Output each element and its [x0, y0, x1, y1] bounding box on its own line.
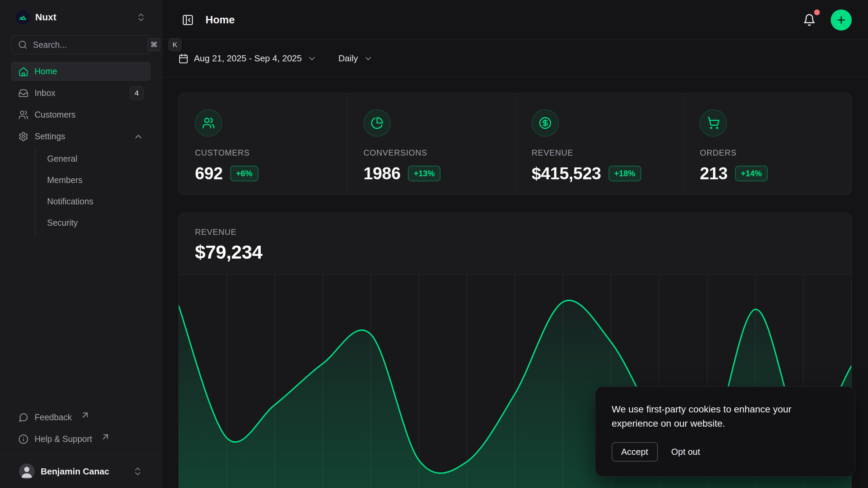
- workspace-switcher[interactable]: Nuxt: [11, 0, 151, 33]
- sidebar-item-security[interactable]: Security: [36, 213, 151, 232]
- app-root: Nuxt ⌘ K Home Inbox 4 Customers: [0, 0, 868, 488]
- sidebar-footer: Feedback Help & Support: [0, 408, 162, 454]
- stat-label: CONVERSIONS: [363, 148, 499, 158]
- revenue-chart-value: $79,234: [195, 241, 835, 263]
- chevron-up-icon: [133, 131, 143, 142]
- bell-icon: [803, 14, 816, 26]
- accept-cookies-button[interactable]: Accept: [612, 442, 658, 462]
- cart-icon: [707, 117, 720, 129]
- stat-value: 692: [195, 164, 223, 183]
- pie-chart-icon: [371, 117, 383, 129]
- notification-dot: [814, 9, 820, 15]
- date-range-value: Aug 21, 2025 - Sep 4, 2025: [194, 53, 302, 64]
- stat-delta-badge: +13%: [408, 166, 440, 181]
- stat-customers[interactable]: CUSTOMERS 692 +6%: [179, 93, 347, 195]
- arrow-up-right-icon: [80, 410, 90, 420]
- search-icon: [18, 40, 27, 49]
- home-icon: [18, 66, 28, 77]
- sidebar-item-notifications[interactable]: Notifications: [36, 192, 151, 211]
- cookie-banner: We use first-party cookies to enhance yo…: [595, 386, 855, 477]
- sidebar-nav: Home Inbox 4 Customers Settings General …: [0, 62, 162, 236]
- nuxt-logo-icon: [16, 10, 30, 24]
- sidebar-item-label: Customers: [35, 110, 76, 120]
- stat-icon-circle: [195, 109, 222, 137]
- period-value: Daily: [338, 53, 358, 64]
- panel-left-close-icon: [182, 14, 194, 26]
- chevron-down-icon: [307, 54, 317, 63]
- workspace-name: Nuxt: [35, 12, 131, 23]
- sidebar-item-members[interactable]: Members: [36, 170, 151, 190]
- collapse-sidebar-button[interactable]: [178, 11, 197, 29]
- sidebar-item-help-support[interactable]: Help & Support: [11, 429, 151, 449]
- sidebar-item-home[interactable]: Home: [11, 62, 151, 81]
- cookie-actions: Accept Opt out: [612, 442, 839, 462]
- stat-value: 1986: [363, 164, 400, 183]
- sidebar-item-label: Feedback: [35, 412, 72, 422]
- sidebar-item-label: Settings: [35, 131, 65, 141]
- add-button[interactable]: [831, 9, 852, 30]
- inbox-icon: [18, 88, 28, 98]
- stat-orders[interactable]: ORDERS 213 +14%: [683, 93, 851, 195]
- stat-label: REVENUE: [532, 148, 667, 158]
- chevron-selector-icon: [133, 466, 143, 476]
- inbox-count-badge: 4: [130, 86, 143, 100]
- revenue-chart-label: REVENUE: [195, 227, 835, 237]
- dollar-circle-icon: [539, 117, 552, 129]
- stat-value: $415,523: [532, 164, 601, 183]
- stat-icon-circle: [532, 109, 559, 137]
- stat-delta-badge: +18%: [609, 166, 641, 181]
- date-range-picker[interactable]: Aug 21, 2025 - Sep 4, 2025: [178, 53, 317, 64]
- period-select[interactable]: Daily: [338, 53, 373, 64]
- page-title: Home: [205, 14, 235, 26]
- sidebar-item-customers[interactable]: Customers: [11, 105, 151, 124]
- plus-icon: [836, 15, 847, 25]
- user-menu[interactable]: Benjamin Canac: [0, 454, 162, 488]
- cookie-message: We use first-party cookies to enhance yo…: [612, 402, 815, 431]
- sidebar-item-settings[interactable]: Settings: [11, 127, 151, 146]
- stat-delta-badge: +6%: [230, 166, 258, 181]
- arrow-up-right-icon: [100, 432, 111, 442]
- filter-bar: Aug 21, 2025 - Sep 4, 2025 Daily: [162, 40, 868, 77]
- sidebar-item-label: Inbox: [35, 88, 55, 98]
- topbar: Home: [162, 0, 868, 40]
- chat-bubble-icon: [18, 412, 28, 423]
- sub-item-label: General: [47, 154, 77, 164]
- avatar: [19, 464, 35, 479]
- stats-row: CUSTOMERS 692 +6% CONVERSIONS 1986 +13%: [178, 93, 852, 195]
- stat-icon-circle: [700, 109, 727, 137]
- info-circle-icon: [18, 434, 28, 444]
- topbar-actions: [800, 9, 852, 30]
- sub-item-label: Members: [47, 175, 82, 185]
- chevron-down-icon: [363, 54, 373, 63]
- optout-cookies-button[interactable]: Opt out: [671, 443, 700, 461]
- sub-item-label: Notifications: [47, 197, 93, 206]
- settings-subnav: General Members Notifications Security: [35, 148, 151, 236]
- stat-label: ORDERS: [700, 148, 835, 158]
- sub-item-label: Security: [47, 218, 78, 228]
- sidebar-item-inbox[interactable]: Inbox 4: [11, 83, 151, 103]
- stat-delta-badge: +14%: [735, 166, 768, 181]
- gear-icon: [18, 131, 28, 142]
- users-icon: [18, 110, 28, 120]
- sidebar-item-feedback[interactable]: Feedback: [11, 408, 151, 427]
- notifications-button[interactable]: [800, 10, 819, 30]
- stat-value: 213: [700, 164, 728, 183]
- sidebar-spacer: [0, 236, 162, 408]
- stat-revenue[interactable]: REVENUE $415,523 +18%: [515, 93, 683, 195]
- sidebar-item-general[interactable]: General: [36, 149, 151, 168]
- revenue-chart-header: REVENUE $79,234: [179, 213, 851, 263]
- stat-conversions[interactable]: CONVERSIONS 1986 +13%: [347, 93, 515, 195]
- kbd-command: ⌘: [147, 38, 160, 51]
- sidebar-item-label: Home: [35, 66, 57, 76]
- users-icon: [202, 117, 215, 129]
- sidebar-item-label: Help & Support: [35, 434, 92, 444]
- search-input[interactable]: [33, 40, 142, 50]
- user-name: Benjamin Canac: [41, 466, 126, 477]
- search-input-wrapper[interactable]: ⌘ K: [11, 35, 151, 54]
- sidebar: Nuxt ⌘ K Home Inbox 4 Customers: [0, 0, 162, 488]
- stat-icon-circle: [363, 109, 391, 137]
- stat-label: CUSTOMERS: [195, 148, 331, 158]
- chevron-selector-icon: [136, 12, 146, 22]
- calendar-icon: [178, 54, 189, 64]
